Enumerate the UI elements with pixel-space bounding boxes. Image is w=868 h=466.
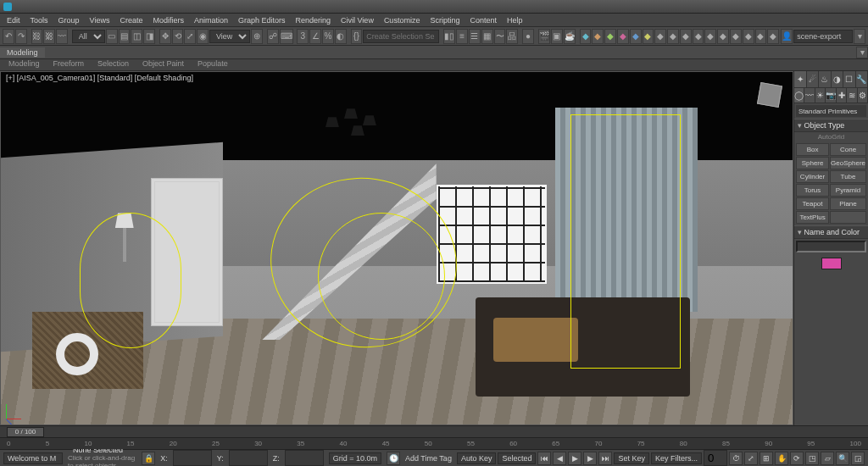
placement-button[interactable]: ◉ bbox=[197, 29, 209, 44]
spacewarps-button[interactable]: ≋ bbox=[847, 88, 857, 103]
goto-start-button[interactable]: ⏮ bbox=[537, 452, 551, 465]
plugin-icon[interactable]: ◆ bbox=[592, 29, 604, 44]
mirror-button[interactable]: ▮▯ bbox=[443, 29, 455, 44]
plugin-icon[interactable]: ◆ bbox=[717, 29, 729, 44]
viewport[interactable]: [+] [AISA_005_Camera01] [Standard] [Defa… bbox=[0, 71, 793, 425]
subtab-object-paint[interactable]: Object Paint bbox=[136, 59, 191, 70]
geometry-button[interactable]: ◯ bbox=[794, 88, 804, 103]
angle-snap-button[interactable]: ∠ bbox=[309, 29, 321, 44]
primitive-geosphere[interactable]: GeoSphere bbox=[830, 157, 866, 169]
coord-y-field[interactable] bbox=[229, 450, 268, 466]
material-editor-button[interactable]: ● bbox=[522, 29, 534, 44]
primitive-teapot[interactable]: Teapot bbox=[796, 197, 829, 210]
plugin-icon[interactable]: ◆ bbox=[580, 29, 592, 44]
subtab-selection[interactable]: Selection bbox=[91, 59, 136, 70]
ribbon-tab-modeling[interactable]: Modeling bbox=[0, 47, 45, 58]
plugin-icon[interactable]: ◆ bbox=[680, 29, 692, 44]
redo-button[interactable]: ↷ bbox=[15, 29, 27, 44]
viewcube[interactable] bbox=[750, 75, 789, 114]
ribbon-minimize-button[interactable]: ▾ bbox=[856, 47, 868, 58]
named-selection-field[interactable] bbox=[363, 30, 439, 43]
helpers-button[interactable]: ✚ bbox=[837, 88, 847, 103]
maxscript-listener[interactable]: Welcome to M bbox=[3, 452, 63, 464]
align-button[interactable]: ≡ bbox=[456, 29, 468, 44]
auto-key-button[interactable]: Auto Key bbox=[457, 452, 497, 464]
menu-animation[interactable]: Animation bbox=[189, 15, 233, 25]
plugin-icon[interactable]: ◆ bbox=[654, 29, 666, 44]
add-time-tag[interactable]: Add Time Tag bbox=[405, 454, 452, 463]
plugin-icon[interactable]: ◆ bbox=[667, 29, 679, 44]
selected-dropdown[interactable]: Selected bbox=[498, 452, 536, 464]
shapes-button[interactable]: 〰 bbox=[804, 88, 815, 103]
render-button[interactable]: ☕ bbox=[564, 29, 576, 44]
primitive-tube[interactable]: Tube bbox=[830, 170, 866, 183]
workspace-field[interactable] bbox=[793, 30, 853, 43]
unlink-button[interactable]: ⛓̸ bbox=[43, 29, 55, 44]
menu-edit[interactable]: Edit bbox=[2, 15, 25, 25]
snap-toggle-button[interactable]: 3 bbox=[297, 29, 309, 44]
primitive-plane[interactable]: Plane bbox=[830, 197, 866, 210]
app-logo[interactable] bbox=[3, 3, 12, 11]
plugin-icon[interactable]: ◆ bbox=[693, 29, 704, 44]
render-setup-button[interactable]: 🎬 bbox=[538, 29, 550, 44]
plugin-icon[interactable]: ◆ bbox=[630, 29, 642, 44]
menu-graph-editors[interactable]: Graph Editors bbox=[233, 15, 291, 25]
menu-customize[interactable]: Customize bbox=[379, 15, 426, 25]
time-slider[interactable]: 0 / 100 bbox=[0, 425, 868, 437]
rollout-name-color[interactable]: Name and Color bbox=[794, 225, 868, 239]
menu-modifiers[interactable]: Modifiers bbox=[147, 15, 189, 25]
primitive-cylinder[interactable]: Cylinder bbox=[796, 170, 829, 183]
min-max-button[interactable]: ◲ bbox=[851, 452, 865, 465]
display-tab[interactable]: ☐ bbox=[843, 71, 856, 87]
plugin-icon[interactable]: ◆ bbox=[604, 29, 616, 44]
manipulate-button[interactable]: ☍ bbox=[267, 29, 279, 44]
lights-button[interactable]: ☀ bbox=[815, 88, 826, 103]
menu-create[interactable]: Create bbox=[114, 15, 147, 25]
systems-button[interactable]: ⚙ bbox=[858, 88, 868, 103]
cameras-button[interactable]: 📷 bbox=[826, 88, 837, 103]
select-region-button[interactable]: ◫ bbox=[131, 29, 142, 44]
plugin-icon[interactable]: ◆ bbox=[730, 29, 742, 44]
rollout-object-type[interactable]: Object Type bbox=[794, 119, 868, 132]
object-name-field[interactable] bbox=[796, 241, 866, 252]
plugin-icon[interactable]: ◆ bbox=[767, 29, 779, 44]
primitive-textplus[interactable]: TextPlus bbox=[796, 211, 829, 224]
plugin-icon[interactable]: ◆ bbox=[743, 29, 754, 44]
zoom-extents-button[interactable]: ⤢ bbox=[744, 452, 758, 465]
schematic-view-button[interactable]: 品 bbox=[506, 29, 518, 44]
percent-snap-button[interactable]: % bbox=[322, 29, 334, 44]
ribbon-toggle-button[interactable]: ▦ bbox=[481, 29, 493, 44]
key-filters-button[interactable]: Key Filters... bbox=[651, 452, 702, 464]
sign-in-button[interactable]: 👤 bbox=[781, 29, 793, 44]
zoom-region-button[interactable]: 🔍 bbox=[836, 452, 849, 465]
hierarchy-tab[interactable]: ♨ bbox=[819, 71, 832, 87]
coord-x-field[interactable] bbox=[173, 450, 212, 466]
subtab-modeling[interactable]: Modeling bbox=[2, 59, 47, 70]
autogrid-checkbox[interactable]: AutoGrid bbox=[794, 132, 868, 141]
subtab-populate[interactable]: Populate bbox=[191, 59, 235, 70]
link-button[interactable]: ⛓ bbox=[31, 29, 43, 44]
category-dropdown[interactable]: Standard Primitives bbox=[796, 105, 866, 117]
primitive-sphere[interactable]: Sphere bbox=[796, 157, 829, 169]
goto-end-button[interactable]: ⏭ bbox=[598, 452, 612, 465]
scale-button[interactable]: ⤢ bbox=[184, 29, 196, 44]
window-crossing-button[interactable]: ◨ bbox=[143, 29, 155, 44]
bind-spacewarp-button[interactable]: 〰 bbox=[56, 29, 68, 44]
play-button[interactable]: ▶ bbox=[568, 452, 581, 465]
viewport-label[interactable]: [+] [AISA_005_Camera01] [Standard] [Defa… bbox=[6, 74, 193, 82]
subtab-freeform[interactable]: Freeform bbox=[47, 59, 92, 70]
timeline-ruler[interactable]: 0510152025303540455055606570758085909510… bbox=[0, 437, 868, 449]
workspace-menu-button[interactable]: ▾ bbox=[854, 29, 865, 44]
coord-z-field[interactable] bbox=[285, 450, 324, 466]
primitive-torus[interactable]: Torus bbox=[796, 184, 829, 197]
prev-frame-button[interactable]: ◀ bbox=[553, 452, 566, 465]
lock-selection-icon[interactable]: 🔒 bbox=[142, 452, 155, 465]
color-swatch[interactable] bbox=[821, 258, 842, 269]
plugin-icon[interactable]: ◆ bbox=[755, 29, 767, 44]
motion-tab[interactable]: ◑ bbox=[832, 71, 844, 87]
current-frame-field[interactable] bbox=[704, 450, 727, 466]
select-object-button[interactable]: ▭ bbox=[106, 29, 118, 44]
time-tag-icon[interactable]: 🕒 bbox=[387, 452, 400, 465]
menu-civil-view[interactable]: Civil View bbox=[336, 15, 379, 25]
set-key-button[interactable]: Set Key bbox=[614, 452, 649, 464]
